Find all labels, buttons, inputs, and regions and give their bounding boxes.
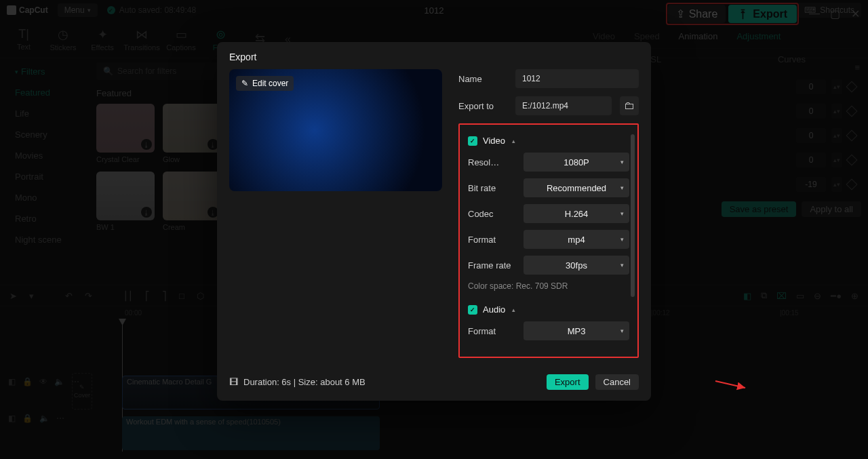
- adjust-icon[interactable]: ◧: [8, 377, 16, 386]
- name-input[interactable]: 1012: [515, 69, 639, 88]
- tool-tab[interactable]: ⋈Transitions: [125, 27, 159, 52]
- filter-category[interactable]: Retro: [0, 208, 88, 229]
- minimize-icon[interactable]: —: [808, 7, 821, 20]
- filter-category[interactable]: Mono: [0, 187, 88, 208]
- cancel-button[interactable]: Cancel: [595, 374, 639, 390]
- thumb-image: ⭳: [96, 172, 155, 220]
- eye-icon[interactable]: 👁: [39, 377, 47, 386]
- exportto-value: E:/1012.mp4: [522, 101, 568, 111]
- filter-category[interactable]: Movies: [0, 145, 88, 166]
- stepper-icon[interactable]: ▴▾: [831, 104, 842, 119]
- value-input[interactable]: 0: [796, 79, 826, 94]
- zoom-slider[interactable]: ━●: [831, 291, 842, 301]
- crop-icon[interactable]: □: [179, 291, 184, 301]
- preview-icon[interactable]: ▭: [796, 291, 804, 301]
- video-checkbox[interactable]: ✓: [468, 136, 477, 146]
- stepper-icon[interactable]: ▴▾: [831, 153, 842, 167]
- filter-thumb[interactable]: ⭳BW 1: [96, 172, 155, 231]
- value-input[interactable]: 0: [796, 153, 826, 167]
- download-icon[interactable]: ⭳: [141, 139, 152, 150]
- trim-right-icon[interactable]: ⎤: [162, 291, 167, 301]
- keyframe-icon[interactable]: [846, 130, 858, 142]
- stepper-icon[interactable]: ▴▾: [831, 177, 842, 192]
- chevron-down-icon: ▾: [620, 210, 624, 217]
- filter-category[interactable]: Night scene: [0, 229, 88, 250]
- filter-category[interactable]: Scenery: [0, 124, 88, 145]
- filter-category[interactable]: Portrait: [0, 166, 88, 187]
- tool-tab[interactable]: ◷Stickers: [46, 27, 80, 52]
- more-icon[interactable]: ⋯: [56, 414, 64, 423]
- redo-icon[interactable]: ↷: [85, 291, 92, 301]
- cover-preview: ✎ Edit cover: [229, 69, 442, 191]
- keyframe-icon[interactable]: [846, 155, 858, 166]
- tool-icon: ✦: [98, 27, 108, 42]
- maximize-icon[interactable]: ▢: [829, 7, 841, 20]
- audio-format-label: Format: [468, 326, 521, 336]
- cover-slot[interactable]: ✎ Cover: [72, 373, 92, 410]
- audio-group-label: Audio: [483, 304, 505, 315]
- zoom-in-icon[interactable]: ⊕: [851, 291, 859, 301]
- audio-checkbox[interactable]: ✓: [468, 305, 477, 315]
- filter-thumb[interactable]: ⭳Glow: [163, 104, 221, 163]
- scrollbar[interactable]: [631, 134, 635, 297]
- undo-icon[interactable]: ↶: [65, 291, 73, 301]
- inspector-tab[interactable]: Adjustment: [727, 24, 790, 48]
- trim-left-icon[interactable]: ⎡: [145, 291, 150, 301]
- share-button[interactable]: ⇪ Share: [668, 5, 726, 23]
- magnet-icon[interactable]: ⌧: [776, 291, 787, 301]
- audio-clip[interactable]: Workout EDM with a sense of speed(101050…: [122, 416, 380, 450]
- shield-icon[interactable]: ⬡: [197, 291, 204, 301]
- format-select[interactable]: mp4▾: [524, 230, 629, 249]
- keyframe-icon[interactable]: [846, 179, 858, 191]
- split-icon[interactable]: ⎮⎮: [123, 291, 133, 301]
- lock-icon[interactable]: 🔒: [22, 414, 33, 423]
- export-confirm-button[interactable]: Export: [547, 374, 589, 390]
- pointer-icon[interactable]: ➤: [9, 291, 17, 301]
- value-input[interactable]: 0: [796, 128, 826, 143]
- close-icon[interactable]: ✕: [849, 7, 861, 20]
- inspector-subtab[interactable]: Curves: [722, 54, 861, 64]
- browse-folder-button[interactable]: 🗀: [620, 96, 639, 115]
- framerate-select[interactable]: 30fps▾: [524, 256, 629, 275]
- tool-tab[interactable]: T|Text: [7, 27, 41, 51]
- adjust-icon[interactable]: ◧: [8, 414, 16, 423]
- mixer-icon[interactable]: ◧: [743, 291, 751, 301]
- value-input[interactable]: -19: [796, 177, 826, 192]
- collapse-icon[interactable]: ▴: [512, 306, 515, 313]
- clip-label: Cinematic Macro Detail G: [127, 378, 212, 386]
- audio-format-select[interactable]: MP3▾: [524, 321, 629, 340]
- inspector-tab[interactable]: Animation: [669, 24, 728, 48]
- export-button-top[interactable]: ⭱ Export: [728, 5, 797, 23]
- stepper-icon[interactable]: ▴▾: [831, 128, 842, 143]
- bitrate-select[interactable]: Recommended▾: [524, 178, 629, 197]
- filter-category[interactable]: Life: [0, 103, 88, 124]
- tool-icon: ⊚: [216, 27, 226, 42]
- save-preset-button[interactable]: Save as preset: [722, 201, 797, 217]
- codec-select[interactable]: H.264▾: [524, 204, 629, 223]
- zoom-out-icon[interactable]: ⊖: [814, 291, 821, 301]
- keyframe-icon[interactable]: [846, 106, 858, 117]
- mute-icon[interactable]: 🔈: [39, 414, 50, 423]
- filter-thumb[interactable]: ⭳Cream: [163, 172, 221, 231]
- download-icon[interactable]: ⭳: [141, 207, 152, 218]
- link-icon[interactable]: ⧉: [761, 290, 767, 301]
- autosave-status: ✓ Auto saved: 08:49:48: [107, 5, 196, 15]
- filters-heading[interactable]: ▾ Filters: [0, 61, 88, 82]
- mute-icon[interactable]: 🔈: [54, 377, 64, 386]
- stepper-icon[interactable]: ▴▾: [831, 79, 842, 94]
- collapse-icon[interactable]: ▴: [512, 138, 515, 144]
- filter-thumb[interactable]: ⭳Crystal Clear: [96, 104, 155, 163]
- tool-tab[interactable]: ▭Captions: [164, 27, 198, 52]
- apply-all-button[interactable]: Apply to all: [802, 201, 861, 217]
- menu-button[interactable]: Menu ▾: [58, 3, 98, 17]
- resolution-select[interactable]: 1080P▾: [524, 153, 629, 172]
- exportto-input[interactable]: E:/1012.mp4: [515, 96, 612, 115]
- edit-cover-button[interactable]: ✎ Edit cover: [236, 76, 294, 91]
- tool-tab[interactable]: ✦Effects: [85, 27, 119, 52]
- filter-category[interactable]: Featured: [0, 82, 88, 103]
- value-input[interactable]: 0: [796, 104, 826, 119]
- chevron-down-icon: ▾: [15, 68, 18, 75]
- chevron-down-icon[interactable]: ▾: [29, 291, 34, 301]
- lock-icon[interactable]: 🔒: [22, 377, 33, 386]
- keyframe-icon[interactable]: [846, 81, 858, 93]
